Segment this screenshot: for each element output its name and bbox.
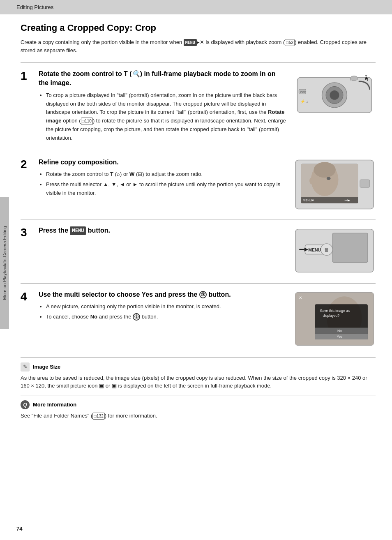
- svg-text:🗑: 🗑: [324, 247, 329, 252]
- side-tab-label: More on Playback/In-Camera Editing: [2, 226, 7, 300]
- ok-button-ref: Ⓢ: [199, 291, 207, 298]
- step-2-content: Refine copy composition. Rotate the zoom…: [39, 158, 376, 212]
- svg-text:OFF: OFF: [300, 90, 307, 94]
- page-footer: 74: [16, 526, 22, 532]
- step-3-content: Press the MENU button. MENU: [39, 226, 376, 277]
- step-4-number: 4: [21, 291, 32, 302]
- svg-point-16: [314, 162, 336, 178]
- svg-text:displayed?: displayed?: [323, 313, 339, 317]
- main-content: Creating a Cropped Copy: Crop Create a c…: [0, 14, 392, 431]
- svg-text:Save this image as: Save this image as: [320, 309, 350, 313]
- svg-text:MENU: MENU: [303, 198, 312, 202]
- svg-point-3: [330, 90, 339, 100]
- step-1-content: Rotate the zoom control to T (🔍) in full…: [39, 69, 376, 144]
- menu-icon-badge: MENU: [184, 39, 197, 46]
- intro-paragraph: Create a copy containing only the portio…: [21, 38, 376, 54]
- svg-text:□: □: [306, 100, 308, 104]
- info-body: See "File and Folder Names" (□ 132) for …: [21, 412, 376, 420]
- svg-rect-23: [360, 180, 370, 187]
- svg-text:✕: ✕: [299, 295, 302, 300]
- step-2-bullets: Rotate the zoom control to T (⌕) or W (⊟…: [39, 170, 287, 197]
- info-title-row: Q More Information: [21, 400, 376, 409]
- step-1-number: 1: [21, 70, 32, 82]
- step-4-content: Use the multi selector to choose Yes and…: [39, 290, 376, 349]
- info-title: More Information: [33, 402, 76, 408]
- step-3-image: MENU 🗑: [293, 226, 376, 277]
- svg-point-18: [309, 177, 314, 184]
- side-tab: More on Playback/In-Camera Editing: [0, 197, 9, 329]
- note-title: Image Size: [33, 364, 60, 370]
- step-1: 1 Rotate the zoom control to T (🔍) in fu…: [21, 62, 376, 151]
- svg-text:×4■: ×4■: [344, 198, 350, 202]
- step-3-heading: Press the MENU button.: [39, 226, 287, 235]
- note-pencil-icon: ✎: [21, 362, 30, 372]
- page-number: 74: [16, 526, 22, 532]
- note-title-row: ✎ Image Size: [21, 362, 376, 372]
- more-information: Q More Information See "File and Folder …: [21, 395, 376, 423]
- step-2-heading: Refine copy composition.: [39, 158, 287, 167]
- step-1-bullets: To crop a picture displayed in "tall" (p…: [39, 91, 287, 143]
- svg-text:✷: ✷: [311, 198, 314, 202]
- step-3-number: 3: [21, 227, 32, 238]
- ref-box-52: □ 52: [285, 39, 295, 46]
- step-4-bullets: A new picture, containing only the porti…: [39, 302, 287, 321]
- svg-point-7: [350, 76, 358, 81]
- header-bar: Editing Pictures: [0, 0, 392, 14]
- step-4-heading: Use the multi selector to choose Yes and…: [39, 290, 287, 299]
- step-2-image: MENU ✷ ×4■: [293, 158, 376, 212]
- svg-text:No: No: [337, 328, 342, 332]
- step-4-image: ✕ Save this image as displayed? No Yes: [293, 290, 376, 349]
- note-image-size: ✎ Image Size As the area to be saved is …: [21, 357, 376, 393]
- note-body: As the area to be saved is reduced, the …: [21, 374, 376, 390]
- svg-text:Yes: Yes: [337, 335, 342, 339]
- step-4: 4 Use the multi selector to choose Yes a…: [21, 283, 376, 355]
- step-2: 2 Refine copy composition. Rotate the zo…: [21, 151, 376, 219]
- svg-point-17: [327, 177, 331, 180]
- info-search-icon: Q: [21, 400, 30, 409]
- svg-text:MENU: MENU: [308, 247, 321, 252]
- step-1-image: W T OFF ⚡ □: [293, 69, 376, 120]
- menu-text-badge: MENU: [70, 226, 86, 235]
- svg-text:⚡: ⚡: [300, 99, 305, 104]
- step-3: 3 Press the MENU button. MEN: [21, 219, 376, 283]
- page-title: Creating a Cropped Copy: Crop: [21, 23, 376, 33]
- step-2-number: 2: [21, 159, 32, 170]
- svg-rect-25: [332, 233, 368, 262]
- header-label: Editing Pictures: [16, 4, 53, 10]
- step-1-heading: Rotate the zoom control to T (🔍) in full…: [39, 69, 287, 88]
